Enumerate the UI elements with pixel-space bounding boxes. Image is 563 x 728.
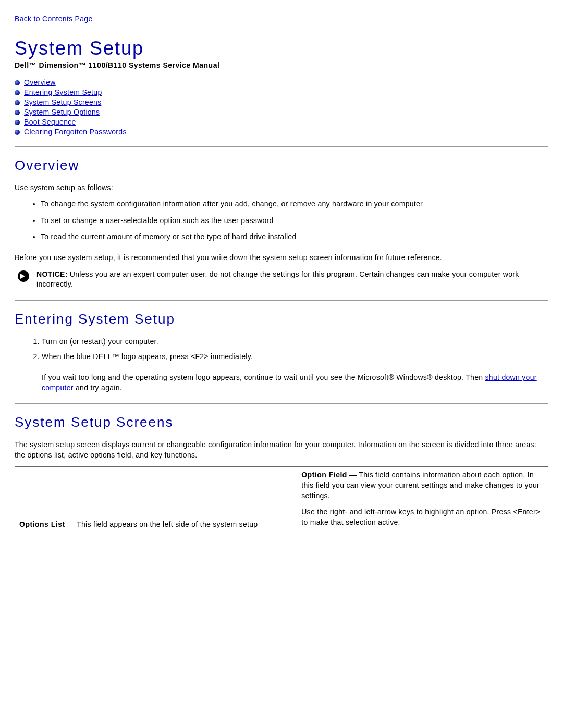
screens-heading: System Setup Screens [15,414,548,430]
entering-wait-para: If you wait too long and the operating s… [42,373,548,393]
toc-item: Entering System Setup [15,88,548,96]
notice-body: Unless you are an expert computer user, … [36,270,519,289]
divider [15,300,548,301]
list-item: To set or change a user-selectable optio… [41,216,548,226]
back-to-contents-link[interactable]: Back to Contents Page [15,15,93,23]
bullet-icon [15,110,20,115]
toc-item: System Setup Options [15,108,548,116]
entering-steps: Turn on (or restart) your computer. When… [15,337,548,362]
divider [15,403,548,404]
wait-suffix: and try again. [74,384,122,392]
page-title: System Setup [15,38,548,59]
toc-item: Overview [15,78,548,87]
toc-link-entering[interactable]: Entering System Setup [24,88,102,96]
option-field-title: Option Field [301,471,347,479]
table-cell-options-list: Options List — This field appears on the… [15,467,297,533]
options-list-text: — This field appears on the left side of… [65,520,258,528]
toc-link-options[interactable]: System Setup Options [24,108,100,116]
toc-link-passwords[interactable]: Clearing Forgotten Passwords [24,128,127,136]
overview-heading: Overview [15,157,548,174]
divider [15,146,548,147]
entering-heading: Entering System Setup [15,311,548,327]
screens-intro: The system setup screen displays current… [15,440,548,460]
option-field-text2: Use the right- and left-arrow keys to hi… [301,507,544,527]
notice-label: NOTICE: [36,270,68,278]
toc-link-boot[interactable]: Boot Sequence [24,118,76,126]
subtitle: Dell™ Dimension™ 1100/B110 Systems Servi… [15,60,548,71]
screens-table: Options List — This field appears on the… [15,466,548,533]
bullet-icon [15,80,20,85]
notice-text: NOTICE: Unless you are an expert compute… [36,269,548,290]
notice-block: NOTICE: Unless you are an expert compute… [15,269,548,290]
bullet-icon [15,100,20,105]
options-list-title: Options List [19,520,65,528]
list-item: To change the system configuration infor… [41,199,548,209]
toc-item: System Setup Screens [15,98,548,106]
toc-item: Clearing Forgotten Passwords [15,128,548,136]
table-cell-option-field: Option Field — This field contains infor… [297,467,548,533]
bullet-icon [15,120,20,125]
toc-link-overview[interactable]: Overview [24,78,56,87]
toc-item: Boot Sequence [15,118,548,126]
list-item: When the blue DELL™ logo appears, press … [42,352,548,362]
list-item: To read the current amount of memory or … [41,232,548,242]
overview-bullets: To change the system configuration infor… [15,199,548,242]
toc-list: Overview Entering System Setup System Se… [15,78,548,136]
overview-intro: Use system setup as follows: [15,183,548,193]
notice-arrow-icon [18,270,29,282]
overview-recommendation: Before you use system setup, it is recom… [15,253,548,263]
list-item: Turn on (or restart) your computer. [42,337,548,347]
wait-prefix: If you wait too long and the operating s… [42,373,485,381]
bullet-icon [15,90,20,95]
bullet-icon [15,130,20,135]
toc-link-screens[interactable]: System Setup Screens [24,98,101,106]
